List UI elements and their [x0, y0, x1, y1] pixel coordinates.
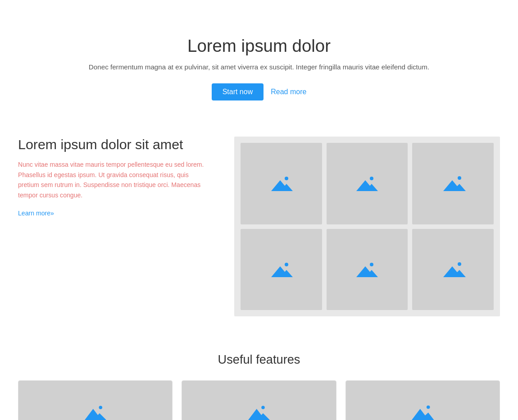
middle-body-colored: Nunc vitae massa vitae mauris tempor pel… [18, 161, 204, 199]
read-more-link[interactable]: Read more [271, 88, 306, 96]
feature-card-3: Pellentesque Lorem ipsum dolor sit amet,… [345, 380, 500, 420]
features-title: Useful features [18, 352, 500, 367]
hero-buttons: Start now Read more [18, 83, 500, 100]
start-now-button[interactable]: Start now [212, 83, 264, 100]
grid-image-6 [412, 229, 494, 310]
image-grid-wrapper [234, 137, 500, 316]
feature-image-1 [18, 381, 172, 420]
svg-point-9 [458, 176, 461, 180]
hero-section: Lorem ipsum dolor Donec fermentum magna … [9, 18, 509, 128]
image-grid [241, 143, 494, 310]
svg-point-25 [99, 406, 102, 410]
middle-body-text: Nunc vitae massa vitae mauris tempor pel… [18, 160, 207, 200]
hero-title: Lorem ipsum dolor [18, 36, 500, 56]
grid-image-2 [327, 143, 408, 224]
features-section: Useful features Quisque Lorem ipsum dolo… [9, 343, 509, 420]
svg-point-1 [285, 177, 288, 180]
svg-point-17 [370, 263, 373, 266]
grid-image-3 [412, 143, 494, 224]
svg-point-29 [261, 406, 265, 410]
middle-section: Lorem ipsum dolor sit amet Nunc vitae ma… [9, 128, 509, 343]
feature-image-2 [182, 381, 336, 420]
middle-learn-more-link[interactable]: Learn more» [18, 210, 54, 217]
middle-title: Lorem ipsum dolor sit amet [18, 137, 207, 152]
middle-text-block: Lorem ipsum dolor sit amet Nunc vitae ma… [18, 137, 207, 217]
svg-point-21 [458, 262, 461, 266]
feature-card-1: Quisque Lorem ipsum dolor sit amet, cons… [18, 380, 173, 420]
svg-point-5 [370, 177, 373, 180]
hero-subtitle: Donec fermentum magna at ex pulvinar, si… [18, 63, 500, 71]
feature-image-3 [346, 381, 500, 420]
grid-image-1 [241, 143, 322, 224]
feature-card-2: Maecenas Lorem ipsum dolor sit amet, con… [182, 380, 336, 420]
svg-point-13 [285, 263, 288, 266]
grid-image-5 [327, 229, 408, 310]
grid-image-4 [241, 229, 322, 310]
features-grid: Quisque Lorem ipsum dolor sit amet, cons… [18, 380, 500, 420]
svg-point-33 [427, 406, 430, 409]
